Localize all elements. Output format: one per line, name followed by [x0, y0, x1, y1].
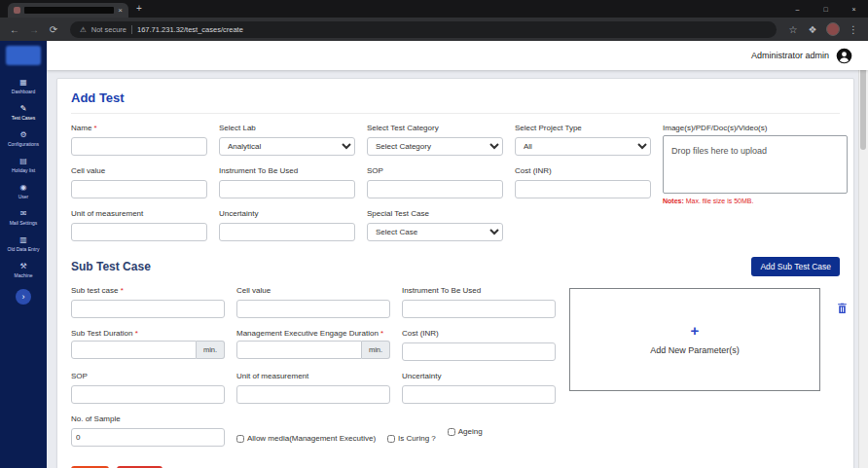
browser-tab[interactable]: × [8, 3, 128, 18]
window-close-button[interactable]: × [840, 0, 868, 18]
sub-cost-label: Cost (INR) [402, 329, 556, 338]
dropzone-text: Drop files here to upload [671, 146, 767, 156]
required-marker: * [135, 329, 138, 338]
sub-instrument-field: Instrument To Be Used [402, 286, 556, 318]
sidebar-item-old-data-entry[interactable]: ▥ Old Data Entry [0, 231, 47, 257]
sidebar-item-label: Configurations [8, 141, 39, 147]
browser-navbar: ← → ⟳ ⚠ Not secure 167.71.231.32/test_ca… [0, 18, 868, 41]
name-field: Name * [71, 124, 207, 156]
file-upload-field: Image(s)/PDF/Doc(s)/Video(s) Drop files … [663, 124, 848, 241]
sub-cost-field: Cost (INR) [402, 329, 556, 361]
configurations-icon: ⚙ [19, 130, 26, 139]
test-category-dropdown[interactable]: Select Category [367, 137, 503, 156]
sidebar-item-label: Holiday list [12, 167, 35, 173]
window-maximize-button[interactable]: □ [812, 0, 840, 18]
sub-cost-input[interactable] [402, 342, 556, 361]
sidebar-item-user[interactable]: ◉ User [0, 178, 47, 204]
required-marker: * [380, 329, 383, 338]
name-input[interactable] [71, 137, 207, 156]
sub-uncertainty-input[interactable] [402, 385, 556, 404]
sidebar-item-test-cases[interactable]: ✎ Test Cases [0, 99, 47, 126]
sidebar-item-holiday-list[interactable]: ▤ Holiday list [0, 152, 47, 178]
browser-menu-icon[interactable]: ⋮ [845, 24, 862, 35]
sub-sop-input[interactable] [71, 385, 225, 404]
sidebar-expand-button[interactable]: › [16, 289, 31, 305]
sub-instrument-label: Instrument To Be Used [402, 286, 556, 295]
extensions-icon[interactable]: ❖ [804, 24, 821, 35]
ageing-option[interactable]: Ageing [448, 427, 483, 436]
sub-unit-label: Unit of measurement [236, 372, 390, 380]
sidebar-item-machine[interactable]: ⚒ Machine [0, 257, 47, 283]
sub-instrument-input[interactable] [402, 300, 556, 318]
user-avatar[interactable] [836, 48, 852, 64]
ageing-checkbox[interactable] [448, 428, 455, 436]
chevron-right-icon: › [22, 292, 25, 302]
unit-field: Unit of measurement [71, 209, 207, 241]
refresh-button[interactable]: ⟳ [45, 24, 62, 35]
instrument-input[interactable] [219, 180, 355, 198]
sub-duration-input[interactable] [71, 341, 197, 359]
sub-cell-value-input[interactable] [236, 300, 390, 318]
cell-value-label: Cell value [71, 166, 207, 175]
sidebar-item-configurations[interactable]: ⚙ Configurations [0, 126, 47, 152]
special-case-dropdown[interactable]: Select Case [367, 223, 503, 241]
required-marker: * [94, 124, 97, 132]
sub-uncertainty-label: Uncertainty [402, 372, 556, 380]
url-bar[interactable]: ⚠ Not secure 167.71.231.32/test_cases/cr… [70, 21, 777, 38]
app-frame: ▦ Dashboard ✎ Test Cases ⚙ Configuration… [0, 41, 868, 468]
sample-count-input[interactable] [71, 428, 225, 447]
tab-close-icon[interactable]: × [118, 7, 123, 15]
allow-media-checkbox[interactable] [236, 435, 244, 443]
sub-sop-field: SOP [71, 372, 225, 404]
sub-test-case-input[interactable] [71, 300, 225, 318]
window-minimize-button[interactable]: – [783, 0, 812, 18]
add-parameter-box[interactable]: + Add New Parameter(s) [569, 288, 820, 391]
unit-input[interactable] [71, 223, 207, 241]
add-sub-test-case-button[interactable]: Add Sub Test Case [751, 257, 840, 276]
is-curing-checkbox[interactable] [387, 435, 395, 443]
sub-sop-label: SOP [71, 372, 225, 380]
sidebar-item-dashboard[interactable]: ▦ Dashboard [0, 73, 47, 99]
is-curing-option[interactable]: Is Curing ? [387, 434, 436, 443]
forward-button[interactable]: → [25, 24, 43, 35]
main-column: Administrator admin Add Test [47, 41, 868, 468]
cost-field: Cost (INR) [515, 166, 651, 198]
sub-cell-value-label: Cell value [236, 286, 390, 295]
cell-value-input[interactable] [71, 180, 207, 198]
sidebar-item-label: Machine [15, 272, 33, 278]
sub-unit-input[interactable] [236, 385, 390, 404]
sub-unit-field: Unit of measurement [236, 372, 390, 404]
browser-titlebar: × + – □ × [0, 0, 868, 18]
cost-label: Cost (INR) [515, 166, 651, 175]
sample-count-field: No. of Sample [71, 414, 225, 447]
project-type-label: Select Project Type [515, 124, 651, 132]
sop-input[interactable] [367, 180, 503, 198]
uncertainty-input[interactable] [219, 223, 355, 241]
url-separator [131, 25, 132, 34]
select-lab-dropdown[interactable]: Analytical [219, 137, 355, 156]
cost-input[interactable] [515, 180, 651, 198]
delete-sub-test-case-button[interactable] [836, 302, 849, 314]
is-curing-label: Is Curing ? [398, 434, 436, 443]
sub-test-case-form: Sub test case * Cell value Instrument To… [71, 286, 556, 447]
allow-media-option[interactable]: Allow media(Management Executive) [236, 434, 376, 443]
test-category-field: Select Test Category Select Category [367, 124, 503, 156]
sub-uncertainty-field: Uncertainty [402, 372, 556, 404]
checkbox-group: Allow media(Management Executive) Is Cur… [236, 414, 556, 447]
browser-profile-avatar[interactable] [826, 22, 840, 36]
instrument-field: Instrument To Be Used [219, 166, 355, 198]
page-scrollbar[interactable] [858, 41, 868, 468]
app-logo [6, 46, 41, 65]
special-case-field: Special Test Case Select Case [367, 209, 503, 241]
file-dropzone[interactable]: Drop files here to upload [663, 135, 848, 194]
project-type-field: Select Project Type All [515, 124, 651, 156]
add-test-card: Add Test Name * Select Lab Ana [56, 78, 854, 468]
bookmark-star-icon[interactable]: ☆ [784, 24, 802, 35]
back-button[interactable]: ← [6, 24, 23, 35]
engage-duration-input[interactable] [236, 341, 362, 359]
project-type-dropdown[interactable]: All [515, 137, 651, 156]
select-lab-field: Select Lab Analytical [219, 124, 355, 156]
sidebar-item-mail-settings[interactable]: ✉ Mail Settings [0, 204, 47, 231]
file-size-note: Notes: Max. file size is 50MB. [663, 198, 848, 204]
new-tab-button[interactable]: + [136, 3, 142, 14]
